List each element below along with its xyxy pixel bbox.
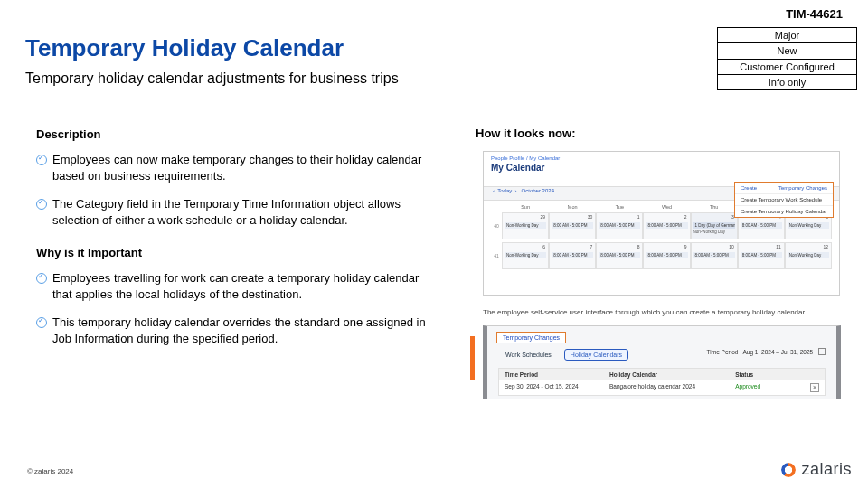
row-holiday-calendar: Bangalore holiday calendar 2024 xyxy=(609,383,735,392)
screenshot-my-calendar: People Profile / My Calendar My Calendar… xyxy=(483,151,840,296)
th-status: Status xyxy=(735,371,798,378)
info-customer-configured: Customer Configured xyxy=(717,59,857,74)
week-41: 41 xyxy=(491,253,502,258)
heading-important: Why is it Important xyxy=(36,245,429,261)
tag-hours: 8:00 AM - 5:00 PM xyxy=(599,222,640,229)
menu-temporary-changes-label: Temporary Changes xyxy=(778,185,827,191)
daynum: 11 xyxy=(776,244,781,249)
screenshot-caption: The employee self-service user interface… xyxy=(483,308,859,316)
day-mon: Mon xyxy=(549,204,596,210)
left-column: Description Employees can now make tempo… xyxy=(36,127,429,363)
th-time-period: Time Period xyxy=(505,371,609,378)
time-period-label: Time Period xyxy=(707,349,739,355)
daynum: 29 xyxy=(541,214,546,220)
time-period-value: Aug 1, 2024 – Jul 31, 2025 xyxy=(742,349,813,355)
brand-logo-icon xyxy=(781,463,796,477)
row-status: Approved xyxy=(735,383,798,392)
day-wed: Wed xyxy=(643,204,690,210)
tag-hours: 8:00 AM - 5:00 PM xyxy=(599,252,640,258)
daynum: 6 xyxy=(542,244,545,249)
right-column: How it looks now: People Profile / My Ca… xyxy=(470,127,859,399)
day-thu: Thu xyxy=(691,204,738,210)
daynum: 2 xyxy=(684,214,687,220)
bullet-d2: The Category field in the Temporary Time… xyxy=(36,196,429,229)
temporary-changes-chip: Temporary Changes xyxy=(496,332,566,343)
day-tue: Tue xyxy=(596,204,643,210)
info-box: Major New Customer Configured Info only xyxy=(717,27,857,90)
daynum: 8 xyxy=(637,244,640,249)
tag-nonworking: Non-Working Day xyxy=(788,222,829,229)
screenshot-temporary-changes: Temporary Changes Work Schedules Holiday… xyxy=(483,325,841,399)
nav-prev: ‹ xyxy=(493,188,495,193)
heading-looks-now: How it looks now: xyxy=(476,127,859,140)
nav-today: Today xyxy=(497,188,512,193)
day-sun: Sun xyxy=(502,204,549,210)
daynum: 12 xyxy=(823,244,828,249)
calendar-icon xyxy=(818,348,826,355)
th-holiday-calendar: Holiday Calendar xyxy=(609,371,735,378)
bullet-d1: Employees can now make temporary changes… xyxy=(36,152,429,184)
nav-month: October 2024 xyxy=(522,188,554,193)
doc-id: TIM-44621 xyxy=(786,7,843,21)
breadcrumb-text: People Profile / My Calendar xyxy=(491,155,839,161)
copyright: © zalaris 2024 xyxy=(27,467,73,475)
week-40: 40 xyxy=(491,223,502,229)
info-info-only: Info only xyxy=(717,74,857,90)
row-time-period: Sep 30, 2024 - Oct 15, 2024 xyxy=(505,383,609,392)
daynum: 10 xyxy=(729,244,734,249)
menu-create-label: Create xyxy=(741,185,757,191)
tag-hours: 8:00 AM - 5:00 PM xyxy=(693,252,735,258)
tag-nonworking: Non-Working Day xyxy=(505,222,546,229)
tag-holiday-sub: Non-Working Day xyxy=(693,230,735,234)
tag-holiday: 1 Day (Day of German Uni... xyxy=(693,222,735,229)
menu-item-ws: Create Temporary Work Schedule xyxy=(735,194,833,206)
daynum: 1 xyxy=(637,214,640,220)
daynum: 30 xyxy=(588,214,593,220)
nav-next: › xyxy=(515,188,517,193)
tag-hours: 8:00 AM - 5:00 PM xyxy=(741,252,782,258)
tag-hours: 8:00 AM - 5:00 PM xyxy=(741,222,782,229)
my-calendar-title: My Calendar xyxy=(491,163,839,173)
heading-description: Description xyxy=(36,127,429,143)
tab-work-schedules: Work Schedules xyxy=(500,350,557,360)
close-icon: × xyxy=(810,383,819,392)
orange-accent-bar xyxy=(470,336,475,380)
page-title: Temporary Holiday Calendar xyxy=(25,34,344,62)
tag-nonworking: Non-Working Day xyxy=(505,252,546,258)
page-subtitle: Temporary holiday calendar adjustments f… xyxy=(25,70,399,87)
daynum: 7 xyxy=(590,244,593,249)
tag-hours: 8:00 AM - 5:00 PM xyxy=(552,252,593,258)
brand: zalaris xyxy=(781,460,852,479)
menu-item-hc: Create Temporary Holiday Calendar xyxy=(735,206,833,217)
info-new: New xyxy=(717,42,857,58)
tag-hours: 8:00 AM - 5:00 PM xyxy=(646,222,687,229)
create-menu: Create Temporary Changes Create Temporar… xyxy=(734,182,834,218)
daynum: 9 xyxy=(684,244,687,249)
brand-text: zalaris xyxy=(801,460,852,479)
calendar-nav: ‹ Today › October 2024 xyxy=(493,188,554,193)
tag-nonworking: Non-Working Day xyxy=(788,252,829,258)
bullet-i1: Employees travelling for work can create… xyxy=(36,270,429,303)
tc-table: Time Period Holiday Calendar Status Sep … xyxy=(498,368,826,396)
tag-hours: 8:00 AM - 5:00 PM xyxy=(552,222,593,229)
info-major: Major xyxy=(717,27,857,42)
time-period-display: Time Period Aug 1, 2024 – Jul 31, 2025 xyxy=(707,348,826,355)
bullet-i2: This temporary holiday calendar override… xyxy=(36,314,429,347)
tag-hours: 8:00 AM - 5:00 PM xyxy=(646,252,687,258)
tab-holiday-calendars: Holiday Calendars xyxy=(564,349,628,361)
